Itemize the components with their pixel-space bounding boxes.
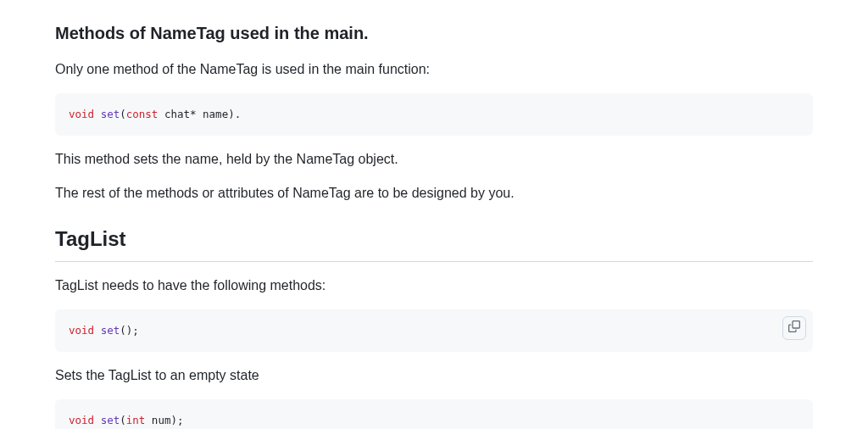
code-keyword: void <box>69 324 94 337</box>
section-heading-taglist: TagList <box>55 224 813 262</box>
code-keyword: void <box>69 108 94 120</box>
code-function: set <box>101 108 120 120</box>
code-block: void set(int num); <box>55 399 813 429</box>
code-block: void set(const chat* name). <box>55 93 813 136</box>
copy-icon <box>788 320 800 337</box>
code-text: chat* name). <box>158 108 241 120</box>
paragraph: Only one method of the NameTag is used i… <box>55 59 813 80</box>
paragraph: Sets the TagList to an empty state <box>55 365 813 386</box>
code-text: num); <box>145 414 183 426</box>
code-text: ( <box>120 414 126 426</box>
paragraph: The rest of the methods or attributes of… <box>55 183 813 203</box>
code-text <box>94 108 101 120</box>
code-text <box>94 324 101 337</box>
section-heading-methods: Methods of NameTag used in the main. <box>55 20 813 46</box>
code-text: (); <box>120 324 139 337</box>
code-function: set <box>101 324 120 337</box>
paragraph: This method sets the name, held by the N… <box>55 149 813 170</box>
code-block: void set(); <box>55 309 813 352</box>
code-function: set <box>101 414 120 426</box>
paragraph: TagList needs to have the following meth… <box>55 276 813 296</box>
code-text <box>94 414 101 426</box>
copy-button[interactable] <box>782 316 806 340</box>
code-keyword: const <box>126 108 159 120</box>
code-text: ( <box>120 108 126 120</box>
code-keyword: void <box>69 414 94 426</box>
code-type: int <box>126 414 146 426</box>
